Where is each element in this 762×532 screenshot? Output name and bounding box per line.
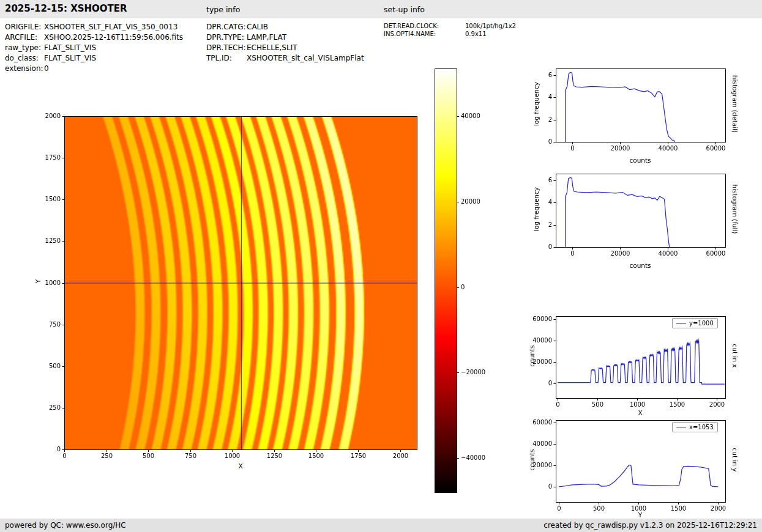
footer-powered-by: powered by QC: www.eso.org/HC (5, 519, 126, 532)
meta-row-origfile: ORIGFILE:XSHOOTER_SLT_FLAT_VIS_350_0013 (5, 23, 183, 33)
meta-value: 0 (44, 64, 49, 73)
hist-full-yaxis-label: log frequency (532, 166, 540, 252)
colorbar (431, 64, 490, 498)
header-bar: 2025-12-15: XSHOOTER type info set-up in… (0, 0, 762, 18)
meta-value: FLAT_SLIT_VIS (44, 54, 96, 62)
cut-x-side-label: cut in x (731, 313, 739, 399)
hist-detail-xaxis-label: counts (616, 157, 665, 164)
setup-info-block: DET.READ.CLOCK:100k/1pt/hg/1x2 INS.OPTI4… (384, 23, 516, 38)
main-yaxis-label: Y (34, 238, 42, 324)
meta-label: do_class: (5, 54, 44, 62)
meta-label: raw_type: (5, 43, 44, 52)
cut-y-yaxis-label: counts (528, 417, 536, 503)
meta-label: INS.OPTI4.NAME: (384, 31, 465, 37)
cut-x-yaxis-label: counts (528, 313, 536, 399)
meta-row-rawtype: raw_type:FLAT_SLIT_VIS (5, 43, 183, 54)
meta-row-dpr-type: DPR.TYPE:LAMP,FLAT (206, 33, 364, 43)
meta-label: DPR.CATG: (206, 23, 247, 31)
cut-y-xaxis-label: Y (616, 511, 665, 519)
meta-label: DPR.TYPE: (206, 33, 247, 42)
hist-full-xaxis-label: counts (616, 262, 665, 269)
page-title: 2025-12-15: XSHOOTER (5, 3, 127, 14)
legend-line-swatch (676, 427, 686, 427)
type-info-heading: type info (206, 5, 240, 14)
meta-value: LAMP,FLAT (247, 33, 286, 42)
setup-info-heading: set-up info (384, 5, 425, 14)
cut-y-side-label: cut in y (731, 417, 739, 503)
qc-rawdisp-page: 2025-12-15: XSHOOTER type info set-up in… (0, 0, 762, 532)
meta-row-dpr-tech: DPR.TECH:ECHELLE,SLIT (206, 43, 364, 54)
legend-line-swatch (676, 323, 686, 323)
meta-value: XSHOOTER_SLT_FLAT_VIS_350_0013 (44, 23, 177, 31)
type-info-block: DPR.CATG:CALIB DPR.TYPE:LAMP,FLAT DPR.TE… (206, 23, 364, 64)
footer-created-by: created by qc_rawdisp.py v1.2.3 on 2025-… (543, 519, 757, 532)
meta-label: DET.READ.CLOCK: (384, 23, 465, 29)
main-xaxis-label: X (216, 462, 265, 470)
meta-value: ECHELLE,SLIT (247, 43, 297, 52)
meta-row-tpl-id: TPL.ID:XSHOOTER_slt_cal_VISLampFlat (206, 54, 364, 64)
meta-value: 0.9x11 (465, 31, 487, 37)
meta-label: extension: (5, 64, 44, 73)
meta-label: DPR.TECH: (206, 43, 247, 52)
meta-row-arcfile: ARCFILE:XSHOO.2025-12-16T11:59:56.006.fi… (5, 33, 183, 43)
cut-y-legend: x=1053 (672, 422, 718, 432)
cut-x-legend: y=1000 (672, 318, 718, 328)
meta-value: XSHOOTER_slt_cal_VISLampFlat (247, 54, 364, 62)
meta-label: TPL.ID: (206, 54, 247, 62)
meta-row-read-clock: DET.READ.CLOCK:100k/1pt/hg/1x2 (384, 23, 516, 31)
cut-y-legend-label: x=1053 (689, 424, 714, 430)
meta-label: ARCFILE: (5, 33, 44, 42)
meta-row-doclass: do_class:FLAT_SLIT_VIS (5, 54, 183, 64)
hist-detail-side-label: histogram (detail) (731, 61, 739, 147)
raw-image-plot (34, 110, 425, 462)
hist-full-side-label: histogram (full) (731, 166, 739, 252)
meta-value: XSHOO.2025-12-16T11:59:56.006.fits (44, 33, 183, 42)
file-info-block: ORIGFILE:XSHOOTER_SLT_FLAT_VIS_350_0013 … (5, 23, 183, 75)
meta-row-opti4-name: INS.OPTI4.NAME:0.9x11 (384, 31, 516, 39)
meta-row-dpr-catg: DPR.CATG:CALIB (206, 23, 364, 33)
meta-value: CALIB (247, 23, 268, 31)
meta-value: 100k/1pt/hg/1x2 (465, 23, 516, 29)
meta-row-extension: extension:0 (5, 64, 183, 75)
hist-detail-yaxis-label: log frequency (532, 61, 540, 147)
cut-x-legend-label: y=1000 (689, 320, 714, 327)
meta-value: FLAT_SLIT_VIS (44, 43, 96, 52)
histogram-detail-plot (526, 61, 734, 159)
cut-x-xaxis-label: X (616, 409, 665, 416)
footer-bar: powered by QC: www.eso.org/HC created by… (0, 519, 762, 532)
meta-label: ORIGFILE: (5, 23, 44, 31)
histogram-full-plot (526, 166, 734, 264)
